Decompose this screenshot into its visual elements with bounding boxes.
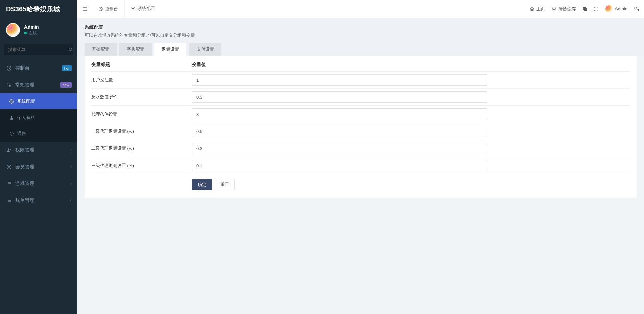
circle-icon (8, 131, 15, 136)
sidebar-item-label: 通告 (17, 131, 26, 137)
row-label: 二级代理返佣设置 (%) (91, 145, 192, 151)
home-label: 主页 (536, 6, 545, 12)
sidebar-item-label: 权限管理 (15, 147, 34, 153)
tab-label: 系统配置 (138, 6, 155, 12)
sidebar-item-label: 游戏管理 (15, 181, 34, 187)
topbar-home[interactable]: 主页 (530, 6, 545, 12)
content: 系统配置 可以在此增改系统的变量和分组,也可以自定义分组和变量 基础配置 字典配… (77, 18, 644, 314)
list-icon (5, 198, 13, 203)
panel-subtitle: 可以在此增改系统的变量和分组,也可以自定义分组和变量 (85, 32, 637, 38)
row-input-level2-rebate[interactable] (192, 143, 487, 154)
table-row: 三级代理返佣设置 (%) (91, 157, 630, 174)
gear-icon (131, 6, 136, 11)
sidebar-item-general[interactable]: 常规管理 new (0, 77, 77, 93)
submit-button[interactable]: 确定 (192, 179, 212, 190)
sidebar-subitem-system-config[interactable]: 系统配置 (0, 93, 77, 109)
topbar-clear-cache[interactable]: 清除缓存 (552, 6, 576, 12)
svg-point-11 (8, 166, 10, 167)
row-label: 用户投注量 (91, 77, 192, 83)
svg-line-1 (72, 50, 73, 51)
search-button[interactable] (68, 47, 73, 52)
row-input-level3-rebate[interactable] (192, 160, 487, 171)
sidebar-subitem-notice[interactable]: 通告 (0, 126, 77, 142)
panel-body: 变量标题 变量值 用户投注量 反水数值 (%) 代理条件设置 一级代理返佣设置 … (85, 56, 637, 198)
row-label: 一级代理返佣设置 (%) (91, 128, 192, 134)
search-input[interactable] (4, 47, 68, 52)
config-tabs: 基础配置 字典配置 返佣设置 支付设置 (77, 43, 644, 56)
sidebar-toggle-button[interactable] (77, 0, 92, 18)
sidebar-item-bills[interactable]: 账单管理 ‹ (0, 192, 77, 209)
topbar-copy[interactable] (583, 7, 587, 11)
topbar-tab-dashboard[interactable]: 控制台 (92, 0, 124, 18)
menu-icon (82, 6, 87, 12)
sidebar-item-games[interactable]: 游戏管理 ‹ (0, 175, 77, 192)
row-input-level1-rebate[interactable] (192, 126, 487, 137)
form-actions: 确定 重置 (91, 174, 630, 190)
avatar[interactable] (6, 23, 20, 37)
clear-cache-label: 清除缓存 (558, 6, 576, 12)
sidebar-item-label: 会员管理 (15, 164, 34, 170)
table-row: 用户投注量 (91, 71, 630, 88)
svg-point-0 (69, 48, 72, 50)
svg-point-5 (11, 101, 12, 102)
sidebar-item-label: 系统配置 (17, 98, 35, 104)
row-input-bet-amount[interactable] (192, 74, 487, 86)
sidebar-item-permissions[interactable]: 权限管理 ‹ (0, 142, 77, 159)
svg-point-4 (9, 85, 11, 87)
tab-payment-config[interactable]: 支付设置 (189, 43, 221, 56)
svg-point-9 (10, 149, 11, 150)
sidebar-subitem-profile[interactable]: 个人资料 (0, 109, 77, 126)
svg-point-3 (7, 83, 9, 85)
table-row: 二级代理返佣设置 (%) (91, 140, 630, 157)
chevron-left-icon: ‹ (70, 181, 72, 186)
panel-title: 系统配置 (85, 24, 637, 30)
avatar-small (605, 5, 613, 13)
topbar: 控制台 系统配置 主页 清除缓存 (77, 0, 644, 18)
table-row: 一级代理返佣设置 (%) (91, 123, 630, 140)
cogs-icon (634, 6, 639, 12)
sidebar-item-dashboard[interactable]: 控制台 hot (0, 60, 77, 77)
chevron-left-icon: ‹ (70, 165, 72, 169)
sidebar-user: Admin 在线 (0, 18, 77, 40)
sidebar: DS365哈希娱乐城 Admin 在线 (0, 0, 77, 314)
sidebar-item-label: 账单管理 (15, 197, 34, 204)
table-row: 反水数值 (%) (91, 88, 630, 105)
sidebar-item-members[interactable]: 会员管理 ‹ (0, 159, 77, 175)
users-icon (5, 147, 13, 153)
badge-new: new (60, 82, 72, 88)
chevron-left-icon: ‹ (70, 148, 72, 152)
tab-basic-config[interactable]: 基础配置 (85, 43, 117, 56)
row-label: 反水数值 (%) (91, 94, 192, 100)
sidebar-menu: 控制台 hot 常规管理 new (0, 60, 77, 209)
reset-button[interactable]: 重置 (215, 179, 235, 190)
svg-point-8 (8, 148, 9, 150)
user-status: 在线 (24, 30, 39, 36)
svg-point-7 (10, 132, 14, 136)
tab-rebate-config[interactable]: 返佣设置 (154, 43, 186, 56)
header-value: 变量值 (192, 62, 630, 68)
sidebar-search (4, 44, 73, 55)
search-icon (68, 47, 73, 52)
cogs-icon (5, 82, 13, 88)
home-icon (530, 7, 534, 11)
table-head: 变量标题 变量值 (91, 62, 630, 68)
badge-hot: hot (62, 65, 72, 71)
svg-point-32 (637, 9, 639, 11)
sidebar-item-label: 常规管理 (15, 82, 34, 88)
topbar-fullscreen[interactable] (594, 7, 599, 11)
header-label: 变量标题 (91, 62, 192, 68)
sidebar-item-label: 个人资料 (17, 115, 35, 121)
user-icon (8, 115, 15, 120)
svg-point-31 (635, 7, 637, 9)
row-label: 代理条件设置 (91, 111, 192, 117)
topbar-user[interactable]: Admin (605, 5, 627, 13)
sidebar-item-label: 控制台 (15, 65, 30, 71)
main: 控制台 系统配置 主页 清除缓存 (77, 0, 644, 314)
topbar-settings[interactable] (634, 6, 639, 12)
row-input-rebate-pct[interactable] (192, 91, 487, 103)
table-row: 代理条件设置 (91, 105, 630, 123)
topbar-tab-system-config[interactable]: 系统配置 (124, 0, 161, 18)
tab-dict-config[interactable]: 字典配置 (119, 43, 152, 56)
brand[interactable]: DS365哈希娱乐城 (0, 0, 77, 18)
row-input-agent-condition[interactable] (192, 108, 487, 120)
